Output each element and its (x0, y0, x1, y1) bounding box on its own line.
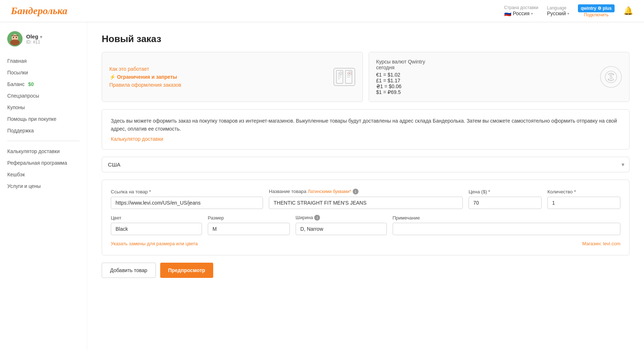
add-product-button[interactable]: Добавить товар (102, 263, 156, 278)
preview-button[interactable]: Предпросмотр (160, 263, 213, 278)
restrictions-link[interactable]: ⚡ Ограничения и запреты (109, 74, 181, 80)
user-details: Oleg ▾ ID: #11 (26, 33, 42, 45)
info-box-rates: Курсы валют Qwintry сегодня €1 = $1.02 £… (369, 52, 630, 102)
form-footer: Указать замены для размера или цвета Маг… (111, 241, 620, 246)
color-group: Цвет (111, 215, 202, 235)
rate-uah: ₴1 = $0.06 (376, 83, 425, 89)
sidebar-item-special[interactable]: Спецзапросы (7, 90, 80, 102)
sidebar-item-referral[interactable]: Реферальная программа (7, 157, 80, 169)
layout: Oleg ▾ ID: #11 Главная Посылки Баланс $0… (0, 22, 644, 350)
name-label: Название товара Латинскими буквами* i (269, 189, 463, 194)
size-group: Размер (208, 215, 290, 235)
name-group: Название товара Латинскими буквами* i (269, 189, 463, 209)
svg-point-3 (13, 37, 14, 38)
note-label: Примечание (393, 215, 620, 221)
info-links: Как это работает ⚡ Ограничения и запреты… (109, 66, 181, 88)
language-section: Language Русский ▾ (547, 5, 569, 16)
info-box-left: Как это работает ⚡ Ограничения и запреты… (102, 52, 363, 102)
russia-flag-icon: 🇷🇺 (504, 10, 511, 17)
color-label: Цвет (111, 215, 202, 221)
delivery-country-section: Страна доставки 🇷🇺 Россия ▾ (504, 5, 538, 17)
width-info-icon[interactable]: i (314, 215, 320, 221)
logo: Бандеролька (11, 5, 68, 17)
name-input[interactable] (269, 197, 463, 209)
rate-usd: $1 = ₽69.5 (376, 89, 425, 95)
user-id: ID: #11 (26, 40, 42, 45)
sidebar-item-services[interactable]: Услуги и цены (7, 180, 80, 192)
avatar (7, 31, 23, 46)
rate-eur: €1 = $1.02 (376, 72, 425, 78)
url-input[interactable] (111, 197, 263, 209)
page-title: Новый заказ (102, 33, 629, 45)
form-row-1: Ссылка на товар * Название товара Латинс… (111, 189, 620, 209)
price-input[interactable] (469, 197, 542, 209)
qwintry-badge-text: qwintry ⚙ plus (581, 6, 612, 11)
description-text: Здесь вы можете оформить заказ на покупк… (111, 117, 620, 133)
size-input[interactable] (208, 223, 290, 235)
color-input[interactable] (111, 223, 202, 235)
note-input[interactable] (393, 223, 620, 235)
sidebar-item-home[interactable]: Главная (7, 55, 80, 67)
language-value[interactable]: Русский ▾ (547, 11, 569, 16)
svg-point-2 (10, 40, 20, 45)
qwintry-connect-link[interactable]: Подключить (578, 12, 615, 17)
main-content: Новый заказ Как это работает ⚡ Ограничен… (87, 22, 644, 350)
url-label: Ссылка на товар * (111, 189, 263, 194)
name-info-icon[interactable]: i (353, 189, 359, 194)
sidebar-item-calc[interactable]: Калькулятор доставки (7, 145, 80, 157)
user-info: Oleg ▾ ID: #11 (7, 31, 80, 46)
sidebar-item-cashback[interactable]: Кешбэк (7, 169, 80, 180)
width-label: Ширина i (296, 215, 387, 221)
country-select[interactable]: США Германия Великобритания Китай (102, 157, 629, 172)
chevron-down-icon: ▾ (567, 12, 569, 16)
rates-content: Курсы валют Qwintry сегодня €1 = $1.02 £… (376, 59, 425, 95)
document-icon (333, 68, 355, 86)
width-input[interactable] (296, 223, 387, 235)
order-rules-link[interactable]: Правила оформления заказов (109, 82, 181, 88)
balance-value: $0 (28, 81, 34, 87)
rate-gbp: £1 = $1.17 (376, 78, 425, 83)
form-box: Ссылка на товар * Название товара Латинс… (102, 180, 629, 255)
delivery-country-label: Страна доставки (504, 5, 538, 10)
sidebar-item-support[interactable]: Поддержка (7, 125, 80, 136)
url-group: Ссылка на товар * (111, 189, 263, 209)
size-label: Размер (208, 215, 290, 221)
qty-input[interactable] (547, 197, 620, 209)
info-row: Как это работает ⚡ Ограничения и запреты… (102, 52, 629, 102)
qwintry-plus-badge[interactable]: qwintry ⚙ plus Подключить (578, 4, 615, 17)
shop-label: Магазин: levi.com (582, 241, 620, 246)
svg-point-4 (16, 37, 17, 38)
svg-text:$: $ (609, 74, 613, 80)
price-label: Цена ($) * (469, 189, 542, 194)
qty-label: Количество * (547, 189, 620, 194)
language-label: Language (547, 5, 566, 11)
rates-title: Курсы валют Qwintry сегодня (376, 59, 425, 70)
user-name[interactable]: Oleg ▾ (26, 33, 42, 40)
price-group: Цена ($) * (469, 189, 542, 209)
country-select-wrapper: США Германия Великобритания Китай (102, 157, 629, 172)
chevron-down-icon: ▾ (531, 12, 533, 16)
sidebar-item-parcels[interactable]: Посылки (7, 67, 80, 78)
header-right: Страна доставки 🇷🇺 Россия ▾ Language Рус… (504, 4, 633, 17)
bottom-buttons: Добавить товар Предпросмотр (102, 263, 629, 278)
sidebar-item-coupons[interactable]: Купоны (7, 102, 80, 113)
notifications-bell-icon[interactable]: 🔔 (623, 6, 633, 16)
calc-link[interactable]: Калькулятор доставки (111, 136, 163, 142)
qty-group: Количество * (547, 189, 620, 209)
width-group: Ширина i (296, 215, 387, 235)
delivery-country-value[interactable]: 🇷🇺 Россия ▾ (504, 10, 533, 17)
description-box: Здесь вы можете оформить заказ на покупк… (102, 109, 629, 149)
nav-divider (7, 141, 80, 141)
sidebar-item-balance[interactable]: Баланс $0 (7, 78, 80, 90)
form-row-2: Цвет Размер Ширина i Примечание (111, 215, 620, 235)
sidebar-item-help[interactable]: Помощь при покупке (7, 113, 80, 125)
replacement-link[interactable]: Указать замены для размера или цвета (111, 241, 198, 246)
rates-refresh-icon: $ (600, 66, 622, 88)
header: Бандеролька Страна доставки 🇷🇺 Россия ▾ … (0, 0, 644, 22)
sidebar: Oleg ▾ ID: #11 Главная Посылки Баланс $0… (0, 22, 87, 350)
note-group: Примечание (393, 215, 620, 235)
how-it-works-link[interactable]: Как это работает (109, 66, 181, 72)
